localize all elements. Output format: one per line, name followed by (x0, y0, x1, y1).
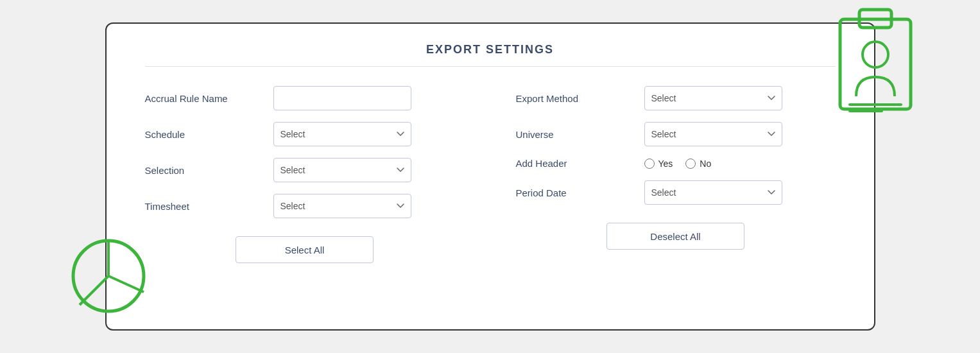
timesheet-select[interactable]: Select (273, 194, 411, 218)
select-all-row: Select All (145, 236, 465, 263)
timesheet-label: Timesheet (145, 201, 273, 212)
svg-line-3 (80, 276, 108, 305)
accrual-rule-name-row: Accrual Rule Name (145, 86, 465, 110)
universe-label: Universe (516, 129, 644, 140)
period-date-row: Period Date Select (516, 180, 836, 205)
period-date-label: Period Date (516, 187, 644, 198)
add-header-label: Add Header (516, 158, 644, 169)
pie-chart-icon (67, 234, 150, 318)
universe-row: Universe Select (516, 122, 836, 146)
clipboard-icon (830, 3, 920, 119)
export-method-label: Export Method (516, 93, 644, 104)
select-all-button[interactable]: Select All (236, 236, 374, 263)
schedule-control: Select (273, 122, 465, 146)
svg-point-6 (863, 42, 888, 67)
left-column: Accrual Rule Name Schedule Select (145, 86, 465, 263)
svg-line-2 (108, 276, 144, 292)
export-method-row: Export Method Select (516, 86, 836, 110)
add-header-yes-label[interactable]: Yes (644, 159, 673, 169)
universe-select[interactable]: Select (644, 122, 782, 146)
add-header-yes-radio[interactable] (644, 159, 655, 169)
add-header-radio-group: Yes No (644, 159, 836, 169)
deselect-all-button[interactable]: Deselect All (606, 223, 744, 250)
selection-label: Selection (145, 165, 273, 176)
add-header-no-label[interactable]: No (685, 159, 711, 169)
export-method-control: Select (644, 86, 836, 110)
page-title: EXPORT SETTINGS (145, 43, 836, 67)
accrual-rule-name-label: Accrual Rule Name (145, 93, 273, 104)
selection-control: Select (273, 158, 465, 182)
deselect-all-row: Deselect All (516, 223, 836, 250)
export-settings-card: EXPORT SETTINGS Accrual Rule Name Schedu… (105, 22, 875, 331)
add-header-control: Yes No (644, 159, 836, 169)
add-header-yes-text: Yes (658, 159, 673, 169)
accrual-rule-name-input[interactable] (273, 86, 411, 110)
universe-control: Select (644, 122, 836, 146)
selection-row: Selection Select (145, 158, 465, 182)
right-column: Export Method Select Universe Select (516, 86, 836, 263)
form-grid: Accrual Rule Name Schedule Select (145, 86, 836, 263)
add-header-row: Add Header Yes No (516, 158, 836, 169)
add-header-no-text: No (700, 159, 711, 169)
schedule-label: Schedule (145, 129, 273, 140)
svg-rect-4 (840, 19, 911, 109)
period-date-control: Select (644, 180, 836, 205)
add-header-no-radio[interactable] (685, 159, 696, 169)
schedule-row: Schedule Select (145, 122, 465, 146)
export-method-select[interactable]: Select (644, 86, 782, 110)
outer-wrapper: EXPORT SETTINGS Accrual Rule Name Schedu… (105, 22, 875, 331)
timesheet-row: Timesheet Select (145, 194, 465, 218)
period-date-select[interactable]: Select (644, 180, 782, 205)
selection-select[interactable]: Select (273, 158, 411, 182)
schedule-select[interactable]: Select (273, 122, 411, 146)
accrual-rule-name-control (273, 86, 465, 110)
timesheet-control: Select (273, 194, 465, 218)
